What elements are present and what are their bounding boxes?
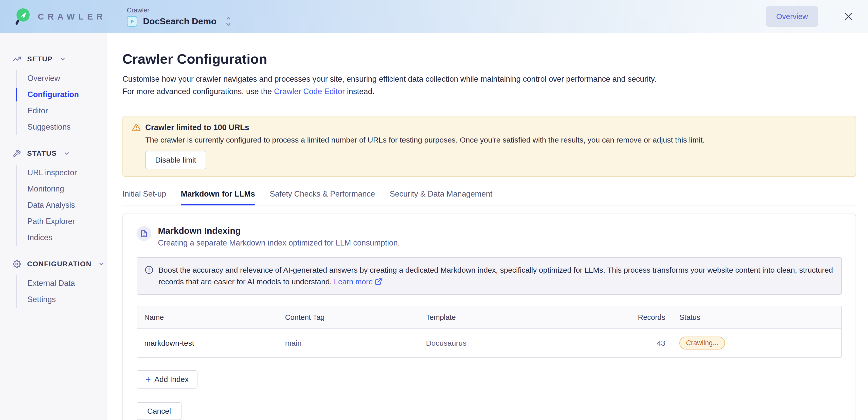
sidebar-item-editor[interactable]: Editor [27,103,106,119]
gear-icon [13,260,21,268]
warning-triangle-icon [132,123,141,132]
cell-records: 43 [560,329,672,357]
page-description-line1: Customise how your crawler navigates and… [122,74,656,84]
card-header: Markdown Indexing Creating a separate Ma… [137,226,842,247]
sidebar-item-suggestions[interactable]: Suggestions [27,119,106,135]
table-row[interactable]: markdown-test main Docusaurus 43 Crawlin… [137,329,841,357]
sidebar-item-path-explorer[interactable]: Path Explorer [27,213,106,230]
disable-limit-button[interactable]: Disable limit [145,151,206,169]
info-circle-icon [145,266,153,274]
sidebar-section-configuration: CONFIGURATION External Data Settings [0,260,106,308]
column-header-template: Template [419,306,560,329]
sidebar-item-configuration[interactable]: Configuration [27,87,106,103]
chevron-down-icon [59,56,66,62]
sidebar-list-configuration: External Data Settings [16,275,106,308]
tab-safety-checks-performance[interactable]: Safety Checks & Performance [270,189,375,205]
sidebar-item-monitoring[interactable]: Monitoring [27,181,106,197]
column-header-content-tag: Content Tag [278,306,419,329]
sidebar-list-status: URL inspector Monitoring Data Analysis P… [16,164,106,246]
sidebar-item-data-analysis[interactable]: Data Analysis [27,197,106,213]
tab-initial-set-up[interactable]: Initial Set-up [122,189,166,205]
sidebar-header-setup[interactable]: SETUP [0,55,106,63]
markdown-indexing-card: Markdown Indexing Creating a separate Ma… [122,214,856,420]
tab-security-data-management[interactable]: Security & Data Management [390,189,492,205]
add-index-button[interactable]: + Add Index [137,370,197,389]
sidebar-item-overview[interactable]: Overview [27,70,106,87]
sidebar-header-status[interactable]: STATUS [0,149,106,157]
sidebar-section-title: SETUP [27,55,53,63]
indices-table: Name Content Tag Template Records Status… [137,306,842,358]
trending-up-icon [13,55,21,63]
sidebar: SETUP Overview Configuration Editor Sugg… [0,33,106,420]
page-description-line2-suffix: instead. [345,87,374,96]
sidebar-section-title: STATUS [27,149,57,157]
sidebar-item-indices[interactable]: Indices [27,230,106,246]
card-title: Markdown Indexing [158,226,400,236]
table-header-row: Name Content Tag Template Records Status [137,306,841,329]
learn-more-link[interactable]: Learn more [334,277,373,286]
banner-title: Crawler limited to 100 URLs [145,123,249,132]
logo-wordmark: CRAWLER [38,12,106,22]
cell-index-name: markdown-test [137,329,278,357]
main-content: Crawler Configuration Customise how your… [107,33,868,420]
sidebar-section-setup: SETUP Overview Configuration Editor Sugg… [0,55,106,135]
cell-status: Crawling... [672,329,841,357]
cell-template: Docusaurus [419,329,560,357]
add-index-label: Add Index [154,375,189,384]
selector-chevrons-icon[interactable] [225,16,232,27]
play-square-icon [127,16,137,27]
top-header: CRAWLER Crawler DocSearch Demo Overview [0,0,868,33]
app-selector[interactable]: DocSearch Demo [127,16,232,27]
crawler-logo: CRAWLER [14,7,113,26]
overview-button[interactable]: Overview [766,6,818,27]
infobox-body: Boost the accuracy and relevance of AI-g… [158,266,833,286]
sidebar-item-url-inspector[interactable]: URL inspector [27,164,106,181]
infobox-text: Boost the accuracy and relevance of AI-g… [158,264,834,288]
card-subtitle: Creating a separate Markdown index optim… [158,238,400,247]
wrench-icon [13,149,21,157]
breadcrumb-label: Crawler [127,6,232,14]
sidebar-section-status: STATUS URL inspector Monitoring Data Ana… [0,149,106,246]
sidebar-list-setup: Overview Configuration Editor Suggestion… [16,70,106,135]
banner-body: The crawler is currently configured to p… [145,136,846,144]
config-tabs: Initial Set-up Markdown for LLMs Safety … [122,189,856,205]
sidebar-item-external-data[interactable]: External Data [27,275,106,292]
sidebar-header-configuration[interactable]: CONFIGURATION [0,260,106,268]
crawler-logo-icon [14,7,31,26]
close-icon[interactable] [843,11,854,22]
external-link-icon[interactable] [375,278,382,285]
column-header-name: Name [137,306,278,329]
page-description: Customise how your crawler navigates and… [122,73,856,98]
limit-warning-banner: Crawler limited to 100 URLs The crawler … [122,116,856,177]
column-header-status: Status [672,306,841,329]
chevron-down-icon [98,261,105,267]
markdown-infobox: Boost the accuracy and relevance of AI-g… [137,257,842,295]
tab-markdown-for-llms[interactable]: Markdown for LLMs [181,189,255,205]
status-badge: Crawling... [679,336,725,350]
cancel-button[interactable]: Cancel [137,402,182,420]
column-header-records: Records [560,306,672,329]
breadcrumb: Crawler DocSearch Demo [127,6,232,27]
chevron-down-icon [63,150,70,157]
page-description-line2-prefix: For more advanced configurations, use th… [122,87,274,96]
sidebar-section-title: CONFIGURATION [27,260,92,268]
plus-icon: + [146,376,151,383]
crawler-code-editor-link[interactable]: Crawler Code Editor [274,87,345,96]
app-name: DocSearch Demo [143,16,216,26]
sidebar-item-settings[interactable]: Settings [27,292,106,308]
cell-content-tag: main [278,329,419,357]
document-icon [137,226,151,241]
page-title: Crawler Configuration [122,51,856,67]
